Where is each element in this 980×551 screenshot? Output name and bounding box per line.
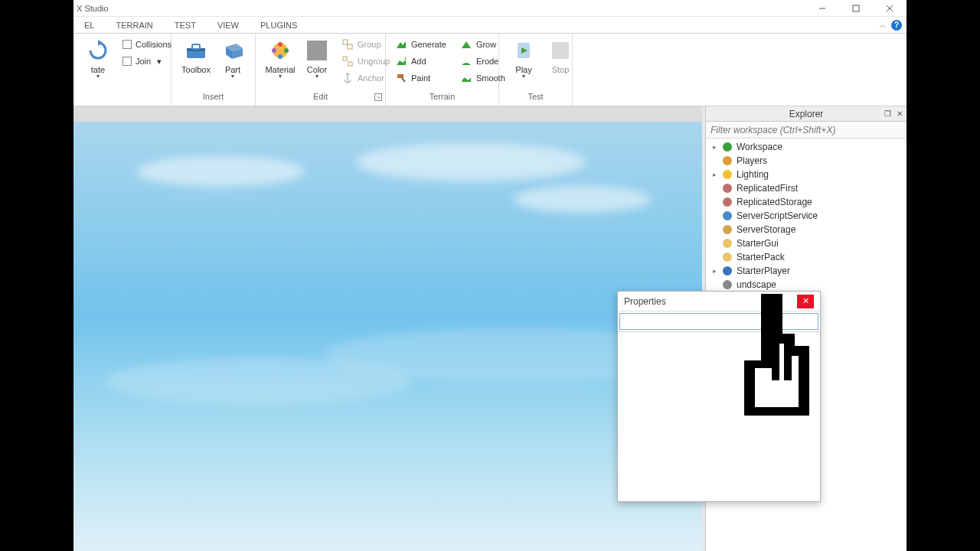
svg-rect-16 — [343, 40, 348, 44]
expand-arrow-icon[interactable]: ▸ — [710, 171, 718, 178]
anchor-button[interactable]: Anchor — [338, 70, 393, 86]
material-button[interactable]: Material ▼ — [262, 37, 299, 80]
tree-node-label: ServerStorage — [737, 224, 795, 235]
help-icon[interactable]: ? — [891, 20, 902, 31]
expand-arrow-icon[interactable]: ▸ — [710, 143, 718, 151]
chevron-down-icon: ▼ — [230, 74, 236, 79]
erode-icon — [460, 55, 472, 67]
box-icon — [721, 196, 733, 208]
tree-node-label: StarterGui — [737, 238, 779, 249]
toolbox-button[interactable]: Toolbox — [178, 37, 214, 76]
grow-icon — [460, 38, 472, 51]
tree-node[interactable]: StarterGui — [706, 236, 906, 250]
globe-icon — [721, 141, 733, 153]
svg-point-13 — [284, 48, 289, 53]
terrain-paint-button[interactable]: Paint — [392, 70, 449, 86]
ribbon: tate ▼ Collisions Join ▾ — [74, 34, 906, 106]
window-title: X Studio — [77, 4, 109, 13]
chest-icon — [721, 223, 733, 236]
player-icon — [721, 265, 733, 277]
viewport[interactable] — [74, 106, 702, 551]
color-button[interactable]: Color ▼ — [299, 37, 335, 80]
properties-titlebar[interactable]: Properties ✕ — [618, 292, 820, 311]
collisions-toggle[interactable]: Collisions — [119, 37, 175, 52]
stop-button[interactable]: Stop — [542, 37, 579, 76]
group-icon — [341, 38, 354, 51]
tree-node[interactable]: ReplicatedFirst — [706, 181, 906, 195]
part-button[interactable]: Part ▼ — [214, 37, 251, 80]
properties-close-button[interactable]: ✕ — [797, 295, 814, 308]
smooth-icon — [460, 72, 472, 84]
paint-icon — [395, 72, 407, 84]
tree-node[interactable]: StarterPack — [706, 250, 906, 264]
properties-window[interactable]: Properties ✕ — [617, 291, 821, 502]
app-window: X Studio EL TERRAIN TEST VIEW PLUGINS ︿ … — [74, 0, 906, 551]
gear-icon — [721, 210, 733, 222]
add-icon: + — [395, 55, 407, 67]
minimize-button[interactable] — [805, 0, 839, 17]
explorer-header: Explorer ❐ ✕ — [706, 106, 906, 122]
group-label-terrain: Terrain — [386, 92, 498, 106]
svg-rect-18 — [343, 57, 347, 60]
tab-terrain[interactable]: TERRAIN — [105, 17, 163, 33]
tree-node[interactable]: ▸StarterPlayer — [706, 264, 906, 278]
tab-test[interactable]: TEST — [164, 17, 207, 33]
tree-node[interactable]: ▸Workspace — [706, 140, 906, 154]
checkbox-icon — [122, 40, 132, 49]
sky-background — [74, 122, 702, 551]
tree-node-label: Lighting — [737, 169, 769, 180]
play-button[interactable]: Play ▼ — [505, 37, 542, 80]
svg-marker-20 — [397, 41, 406, 48]
tree-node-label: undscape — [737, 279, 776, 290]
explorer-filter[interactable] — [706, 122, 906, 139]
svg-line-24 — [402, 78, 405, 82]
collapse-ribbon-icon[interactable]: ︿ — [879, 20, 887, 31]
close-icon[interactable]: ✕ — [894, 108, 905, 119]
letterbox-right — [906, 0, 980, 551]
tree-node-label: StarterPack — [737, 252, 785, 262]
svg-marker-25 — [462, 41, 471, 48]
box-icon — [721, 182, 733, 194]
tree-node[interactable]: ServerScriptService — [706, 209, 906, 223]
letterbox-left — [0, 0, 74, 551]
chevron-down-icon: ▾ — [157, 57, 162, 67]
people-icon — [721, 155, 733, 167]
tree-node[interactable]: undscape — [706, 278, 906, 292]
group-button[interactable]: Group — [338, 37, 393, 52]
tab-model[interactable]: EL — [74, 17, 105, 33]
properties-filter-input[interactable] — [619, 313, 818, 330]
chevron-down-icon: ▼ — [315, 74, 320, 79]
ungroup-icon — [341, 55, 354, 67]
terrain-generate-button[interactable]: Generate — [392, 37, 449, 52]
generate-icon — [395, 38, 407, 51]
tab-plugins[interactable]: PLUGINS — [250, 17, 308, 33]
close-button[interactable] — [873, 0, 906, 17]
svg-point-15 — [272, 48, 276, 53]
expand-arrow-icon[interactable]: ▸ — [710, 267, 718, 275]
group-label-insert: Insert — [172, 92, 255, 106]
rotate-button[interactable]: tate ▼ — [80, 37, 116, 80]
chevron-down-icon: ▼ — [521, 74, 527, 79]
svg-rect-7 — [192, 44, 200, 49]
folder-icon — [721, 251, 733, 263]
join-toggle[interactable]: Join ▾ — [119, 54, 175, 69]
expand-icon[interactable]: ↘ — [374, 93, 382, 101]
tree-node[interactable]: ▸Lighting — [706, 168, 906, 181]
group-label-edit: Edit↘ — [256, 92, 385, 106]
sound-icon — [721, 279, 733, 291]
tree-node[interactable]: ReplicatedStorage — [706, 195, 906, 209]
tree-node-label: ServerScriptService — [737, 210, 818, 221]
terrain-add-button[interactable]: +Add — [392, 54, 449, 69]
undock-icon[interactable]: ❐ — [882, 108, 893, 119]
tree-node-label: ReplicatedStorage — [737, 197, 812, 207]
ungroup-button[interactable]: Ungroup — [338, 54, 393, 69]
tree-node[interactable]: Players — [706, 154, 906, 168]
tab-view[interactable]: VIEW — [207, 17, 250, 33]
filter-input[interactable] — [706, 122, 906, 138]
svg-point-14 — [278, 54, 283, 59]
properties-title: Properties — [624, 296, 666, 307]
anchor-icon — [341, 72, 354, 84]
maximize-button[interactable] — [839, 0, 873, 17]
tree-node[interactable]: ServerStorage — [706, 223, 906, 236]
svg-rect-23 — [397, 74, 403, 78]
